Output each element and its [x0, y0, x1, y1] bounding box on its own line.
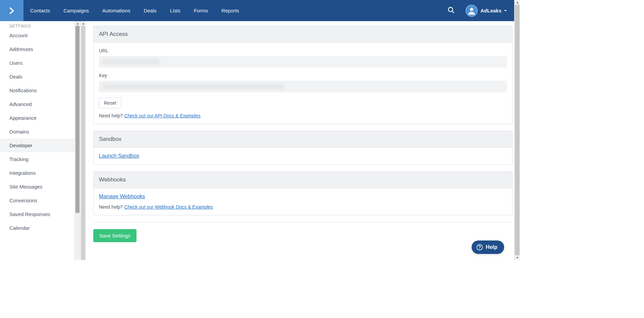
- sidebar-header: SETTINGS: [0, 21, 74, 29]
- panel-sandbox: Sandbox Launch Sandbox: [93, 131, 513, 165]
- help-icon: [476, 244, 483, 251]
- nav-contacts[interactable]: Contacts: [23, 0, 57, 21]
- search-button[interactable]: [441, 6, 462, 15]
- help-prefix: Need help?: [99, 113, 124, 118]
- svg-point-4: [479, 248, 480, 249]
- svg-line-1: [452, 11, 454, 13]
- webhook-docs-link[interactable]: Check out our Webhook Docs & Examples: [124, 204, 213, 210]
- logo[interactable]: [0, 0, 23, 21]
- sidebar-item-deals[interactable]: Deals: [0, 70, 74, 84]
- user-name: AdLeaks: [480, 8, 501, 13]
- nav-forms[interactable]: Forms: [187, 0, 215, 21]
- main-content: API Access URL Key Reset Need help? Chec…: [74, 21, 514, 260]
- nav-automations[interactable]: Automations: [96, 0, 137, 21]
- scroll-up-icon[interactable]: ▴: [83, 21, 84, 26]
- sidebar-item-appearance[interactable]: Appearance: [0, 111, 74, 125]
- svg-point-2: [470, 8, 473, 11]
- api-docs-link[interactable]: Check out our API Docs & Examples: [124, 113, 201, 118]
- sidebar-item-advanced[interactable]: Advanced: [0, 97, 74, 111]
- api-key-input[interactable]: [99, 81, 507, 92]
- nav-deals[interactable]: Deals: [137, 0, 163, 21]
- scroll-up-icon[interactable]: ▴: [77, 21, 78, 26]
- window-scrollbar[interactable]: ▴ ▾: [514, 0, 520, 260]
- nav-reports[interactable]: Reports: [215, 0, 246, 21]
- scroll-down-icon[interactable]: ▾: [517, 255, 518, 260]
- help-fab-label: Help: [486, 244, 497, 250]
- panel-webhooks: Webhooks Manage Webhooks Need help? Chec…: [93, 171, 513, 215]
- panel-title-sandbox: Sandbox: [94, 131, 512, 148]
- help-fab[interactable]: Help: [472, 241, 504, 254]
- search-icon: [447, 6, 455, 14]
- sidebar-item-developer[interactable]: Developer: [0, 139, 74, 152]
- sidebar-item-account[interactable]: Account: [0, 29, 74, 42]
- sidebar-item-tracking[interactable]: Tracking: [0, 152, 74, 166]
- nav-campaigns[interactable]: Campaigns: [57, 0, 96, 21]
- reset-button[interactable]: Reset: [99, 98, 121, 108]
- sidebar-item-users[interactable]: Users: [0, 56, 74, 70]
- api-url-input[interactable]: [99, 56, 507, 67]
- sidebar-item-saved-responses[interactable]: Saved Responses: [0, 207, 74, 221]
- panel-api-access: API Access URL Key Reset Need help? Chec…: [93, 26, 513, 124]
- sidebar-item-addresses[interactable]: Addresses: [0, 42, 74, 56]
- webhook-help-row: Need help? Check out our Webhook Docs & …: [99, 204, 507, 210]
- help-prefix: Need help?: [99, 204, 124, 210]
- sidebar-item-calendar[interactable]: Calendar: [0, 221, 74, 235]
- sidebar-item-conversions[interactable]: Conversions: [0, 194, 74, 207]
- url-label: URL: [99, 48, 507, 53]
- manage-webhooks-link[interactable]: Manage Webhooks: [99, 194, 145, 199]
- launch-sandbox-link[interactable]: Launch Sandbox: [99, 153, 139, 159]
- nav-items: Contacts Campaigns Automations Deals Lis…: [23, 0, 246, 21]
- sidebar-item-integrations[interactable]: Integrations: [0, 166, 74, 180]
- sidebar-item-notifications[interactable]: Notifications: [0, 84, 74, 97]
- nav-right: AdLeaks: [441, 0, 514, 21]
- user-dropdown[interactable]: AdLeaks: [480, 8, 507, 13]
- sidebar-item-domains[interactable]: Domains: [0, 125, 74, 139]
- logo-icon: [7, 6, 16, 15]
- save-settings-button[interactable]: Save Settings: [93, 229, 137, 242]
- panel-title-api: API Access: [94, 26, 512, 43]
- chevron-down-icon: [503, 9, 507, 13]
- scroll-up-icon[interactable]: ▴: [517, 0, 518, 5]
- nav-lists[interactable]: Lists: [163, 0, 187, 21]
- sidebar: SETTINGS Account Addresses Users Deals N…: [0, 21, 74, 260]
- top-nav: Contacts Campaigns Automations Deals Lis…: [0, 0, 514, 21]
- avatar[interactable]: [466, 5, 478, 17]
- sidebar-item-site-messages[interactable]: Site Messages: [0, 180, 74, 194]
- sidebar-scrollbar-inner[interactable]: ▴: [74, 21, 80, 260]
- key-label: Key: [99, 73, 507, 78]
- avatar-icon: [468, 7, 476, 15]
- api-help-row: Need help? Check out our API Docs & Exam…: [99, 113, 507, 118]
- divider: [93, 222, 513, 222]
- sidebar-scrollbar-outer[interactable]: ▴: [80, 21, 86, 260]
- panel-title-webhooks: Webhooks: [94, 172, 512, 188]
